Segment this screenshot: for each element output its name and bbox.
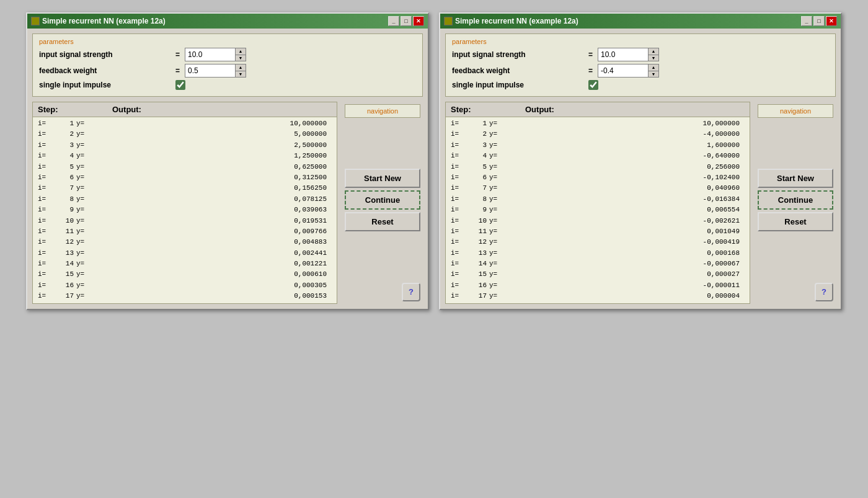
row-value: 10,000000 (508, 119, 745, 128)
row-number: 12 (56, 238, 74, 247)
continue-button-2[interactable]: Continue (758, 190, 833, 210)
input-signal-up-1[interactable]: ▲ (236, 48, 246, 55)
row-number: 11 (469, 227, 487, 236)
row-i-label: i= (38, 291, 56, 301)
row-number: 8 (56, 195, 74, 204)
row-y-label: y= (489, 173, 508, 182)
minimize-button-1[interactable]: _ (388, 16, 399, 26)
row-i-label: i= (451, 195, 469, 204)
feedback-weight-spinbox-1: 0.5 ▲ ▼ (185, 64, 246, 78)
close-button-1[interactable]: ✕ (413, 16, 424, 26)
minimize-button-2[interactable]: _ (801, 16, 812, 26)
input-signal-spinbox-2: 10.0 ▲ ▼ (598, 48, 659, 61)
row-i-label: i= (38, 130, 56, 139)
row-number: 5 (469, 162, 487, 172)
row-number: 1 (56, 119, 74, 128)
table-row: i= 1 y= 10,000000 (35, 118, 334, 129)
row-i-label: i= (38, 270, 56, 279)
window-title-2: Simple recurrent NN (example 12a) (455, 17, 578, 25)
output-header-2: Output: (525, 105, 745, 114)
row-number: 1 (469, 119, 487, 128)
feedback-weight-eq-1: = (175, 66, 180, 75)
start-new-button-1[interactable]: Start New (345, 169, 420, 188)
row-y-label: y= (489, 270, 508, 279)
single-input-label-2: single input impulse (452, 81, 588, 89)
table-row: i= 16 y= 0,000305 (35, 280, 334, 291)
table-row: i= 10 y= 0,019531 (35, 216, 334, 226)
close-button-2[interactable]: ✕ (826, 16, 837, 26)
row-number: 6 (469, 173, 487, 182)
input-signal-up-2[interactable]: ▲ (649, 48, 658, 55)
row-i-label: i= (38, 195, 56, 204)
reset-button-1[interactable]: Reset (345, 212, 420, 231)
row-y-label: y= (489, 184, 508, 193)
help-button-1[interactable]: ? (402, 283, 420, 301)
row-i-label: i= (38, 119, 56, 128)
table-row: i= 5 y= 0,625000 (35, 162, 334, 172)
input-signal-input-1[interactable]: 10.0 (185, 48, 235, 61)
table-row: i= 14 y= 0,001221 (35, 259, 334, 269)
feedback-weight-input-2[interactable]: -0.4 (598, 64, 648, 77)
row-value: 5,000000 (95, 130, 332, 139)
table-row: i= 8 y= -0,016384 (448, 194, 747, 205)
help-button-2[interactable]: ? (815, 283, 833, 301)
table-row: i= 4 y= -0,640000 (448, 151, 747, 161)
table-row: i= 11 y= 0,001049 (448, 226, 747, 237)
table-row: i= 4 y= 1,250000 (35, 151, 334, 161)
row-y-label: y= (76, 281, 95, 290)
feedback-weight-label-1: feedback weight (39, 66, 175, 75)
row-y-label: y= (489, 205, 508, 215)
row-number: 10 (56, 216, 74, 226)
row-i-label: i= (451, 130, 469, 139)
row-i-label: i= (38, 205, 56, 215)
row-y-label: y= (489, 130, 508, 139)
feedback-weight-down-2[interactable]: ▼ (649, 71, 658, 78)
feedback-weight-row-2: feedback weight = -0.4 ▲ ▼ (452, 64, 829, 78)
row-i-label: i= (451, 216, 469, 226)
continue-button-1[interactable]: Continue (345, 190, 420, 210)
row-value: 0,040960 (508, 184, 745, 193)
feedback-weight-up-1[interactable]: ▲ (236, 64, 246, 71)
data-panel-2: Step: Output: i= 1 y= 10,000000 i= 2 y= … (445, 102, 750, 304)
input-signal-input-2[interactable]: 10.0 (598, 48, 648, 61)
window-1: Simple recurrent NN (example 12a) _ □ ✕ … (26, 12, 429, 310)
row-value: 0,000027 (508, 270, 745, 279)
row-i-label: i= (38, 259, 56, 269)
row-value: -0,002621 (508, 216, 745, 226)
feedback-weight-down-1[interactable]: ▼ (236, 71, 246, 78)
row-y-label: y= (76, 141, 95, 150)
row-i-label: i= (451, 238, 469, 247)
table-row: i= 2 y= -4,000000 (448, 129, 747, 140)
row-i-label: i= (451, 281, 469, 290)
row-value: 0,000610 (95, 270, 332, 279)
start-new-button-2[interactable]: Start New (758, 169, 833, 188)
data-panel-1: Step: Output: i= 1 y= 10,000000 i= 2 y= … (32, 102, 337, 304)
nav-panel-1: navigation Start New Continue Reset ? (342, 102, 423, 304)
row-value: 1,600000 (508, 141, 745, 150)
feedback-weight-up-2[interactable]: ▲ (649, 64, 658, 71)
row-y-label: y= (489, 291, 508, 301)
row-value: -0,102400 (508, 173, 745, 182)
row-number: 14 (56, 259, 74, 269)
row-i-label: i= (451, 184, 469, 193)
window-2: Simple recurrent NN (example 12a) _ □ ✕ … (439, 12, 842, 310)
maximize-button-2[interactable]: □ (813, 16, 825, 26)
input-signal-down-1[interactable]: ▼ (236, 55, 246, 61)
row-i-label: i= (451, 270, 469, 279)
row-number: 17 (56, 291, 74, 301)
input-signal-down-2[interactable]: ▼ (649, 55, 658, 61)
maximize-button-1[interactable]: □ (401, 16, 412, 26)
row-value: 0,039063 (95, 205, 332, 215)
reset-button-2[interactable]: Reset (758, 212, 833, 231)
feedback-weight-input-1[interactable]: 0.5 (185, 64, 235, 77)
single-input-checkbox-2[interactable] (588, 80, 598, 90)
row-i-label: i= (451, 291, 469, 301)
table-row: i= 17 y= 0,000004 (448, 291, 747, 301)
row-y-label: y= (76, 259, 95, 269)
row-y-label: y= (76, 119, 95, 128)
row-y-label: y= (76, 184, 95, 193)
row-number: 9 (56, 205, 74, 215)
single-input-checkbox-1[interactable] (175, 80, 185, 90)
table-row: i= 8 y= 0,078125 (35, 194, 334, 205)
output-header-1: Output: (112, 105, 332, 114)
